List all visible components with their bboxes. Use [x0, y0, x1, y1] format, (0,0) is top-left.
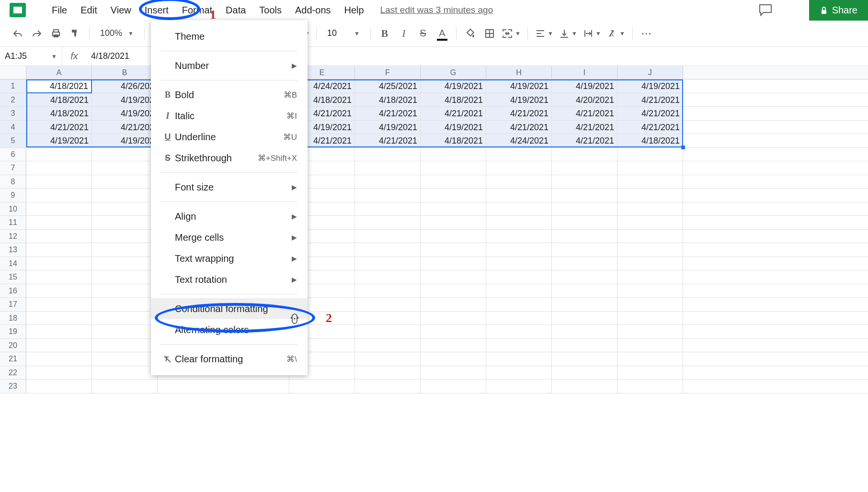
cell[interactable]: [355, 148, 421, 161]
menu-item-conditional-formatting[interactable]: Conditional formatting: [151, 298, 308, 319]
cell[interactable]: [92, 230, 158, 243]
cell[interactable]: [552, 243, 617, 257]
cell[interactable]: [486, 216, 552, 229]
cell[interactable]: [92, 298, 158, 311]
select-all-corner[interactable]: [0, 66, 26, 79]
cell[interactable]: [552, 270, 617, 284]
cell[interactable]: [617, 216, 683, 229]
cell[interactable]: 4/19/2021: [421, 121, 486, 134]
cell[interactable]: [92, 339, 158, 352]
cell[interactable]: [355, 339, 421, 352]
cell[interactable]: [355, 257, 421, 270]
column-header[interactable]: F: [355, 66, 421, 79]
cell[interactable]: [617, 284, 683, 298]
cell[interactable]: [421, 161, 486, 175]
cell[interactable]: [421, 216, 486, 229]
cell[interactable]: [486, 352, 552, 366]
menu-help[interactable]: Help: [338, 2, 371, 19]
cell[interactable]: [552, 339, 617, 352]
cell[interactable]: 4/18/2021: [26, 107, 92, 120]
cell[interactable]: [158, 380, 289, 393]
cell[interactable]: [552, 216, 617, 229]
cell[interactable]: [26, 325, 92, 338]
row-header[interactable]: 1: [0, 79, 26, 93]
menu-insert[interactable]: Insert: [138, 2, 175, 19]
cell[interactable]: [552, 202, 617, 216]
cell[interactable]: [26, 243, 92, 257]
cell[interactable]: [92, 352, 158, 366]
menu-item-bold[interactable]: BBold⌘B: [151, 84, 308, 105]
cell[interactable]: [421, 284, 486, 298]
cell[interactable]: [552, 366, 617, 380]
cell[interactable]: [26, 366, 92, 380]
menu-data[interactable]: Data: [219, 2, 252, 19]
cell[interactable]: 4/21/2021: [26, 121, 92, 134]
cell[interactable]: [617, 352, 683, 366]
cell[interactable]: 4/25/2021: [355, 79, 421, 93]
cell[interactable]: [355, 380, 421, 393]
cell[interactable]: [26, 380, 92, 393]
row-header[interactable]: 14: [0, 257, 26, 270]
more-toolbar-button[interactable]: ⋯: [639, 25, 655, 42]
cell[interactable]: [617, 161, 683, 175]
cell[interactable]: 4/21/2021: [486, 121, 552, 134]
share-button[interactable]: Share: [809, 0, 868, 21]
cell[interactable]: [617, 148, 683, 161]
cell[interactable]: [92, 175, 158, 189]
row-header[interactable]: 21: [0, 352, 26, 366]
cell[interactable]: 4/19/2021: [26, 134, 92, 147]
cell[interactable]: [355, 284, 421, 298]
cell[interactable]: [92, 148, 158, 161]
cell[interactable]: [92, 243, 158, 257]
cell[interactable]: [552, 189, 617, 202]
row-header[interactable]: 17: [0, 298, 26, 311]
cell[interactable]: 4/21/2021: [552, 107, 617, 120]
cell[interactable]: 4/21/2021: [617, 121, 683, 134]
cell[interactable]: [92, 189, 158, 202]
menu-tools[interactable]: Tools: [252, 2, 288, 19]
column-header[interactable]: G: [421, 66, 486, 79]
cell[interactable]: [355, 189, 421, 202]
cell[interactable]: [92, 161, 158, 175]
cell[interactable]: [355, 175, 421, 189]
menu-item-font-size[interactable]: Font size▶: [151, 177, 308, 198]
row-header[interactable]: 19: [0, 325, 26, 338]
borders-button[interactable]: [481, 25, 498, 42]
cell[interactable]: [421, 202, 486, 216]
font-size-dropdown[interactable]: 10▼: [322, 28, 365, 38]
cell[interactable]: [617, 230, 683, 243]
cell[interactable]: 4/18/2021: [421, 134, 486, 147]
redo-button[interactable]: [29, 25, 45, 42]
cell[interactable]: 4/19/2021: [617, 79, 683, 93]
cell[interactable]: 4/21/2021: [355, 107, 421, 120]
cell[interactable]: [92, 380, 158, 393]
cell[interactable]: [355, 366, 421, 380]
cell[interactable]: [486, 175, 552, 189]
name-box[interactable]: A1:J5 ▼: [0, 47, 62, 66]
cell[interactable]: [486, 270, 552, 284]
row-header[interactable]: 12: [0, 230, 26, 243]
cell[interactable]: 4/18/2021: [26, 93, 92, 107]
cell[interactable]: 4/19/202: [92, 93, 158, 107]
cell[interactable]: [421, 175, 486, 189]
cell[interactable]: [355, 243, 421, 257]
cell[interactable]: [552, 230, 617, 243]
cell[interactable]: [92, 202, 158, 216]
menu-item-alternating-colors[interactable]: Alternating colors: [151, 319, 308, 340]
cell[interactable]: 4/21/2021: [552, 134, 617, 147]
cell[interactable]: [92, 216, 158, 229]
cell[interactable]: [421, 352, 486, 366]
cell[interactable]: [26, 216, 92, 229]
zoom-dropdown[interactable]: 100%▼: [95, 28, 138, 38]
cell[interactable]: 4/24/2021: [486, 134, 552, 147]
cell[interactable]: [486, 298, 552, 311]
cell[interactable]: [486, 243, 552, 257]
cell[interactable]: [421, 312, 486, 325]
vertical-align-button[interactable]: ▼: [558, 25, 579, 42]
cell[interactable]: [486, 325, 552, 338]
cell[interactable]: [355, 325, 421, 338]
cell[interactable]: [552, 148, 617, 161]
row-header[interactable]: 10: [0, 202, 26, 216]
cell[interactable]: [355, 312, 421, 325]
cell[interactable]: 4/21/2021: [421, 107, 486, 120]
